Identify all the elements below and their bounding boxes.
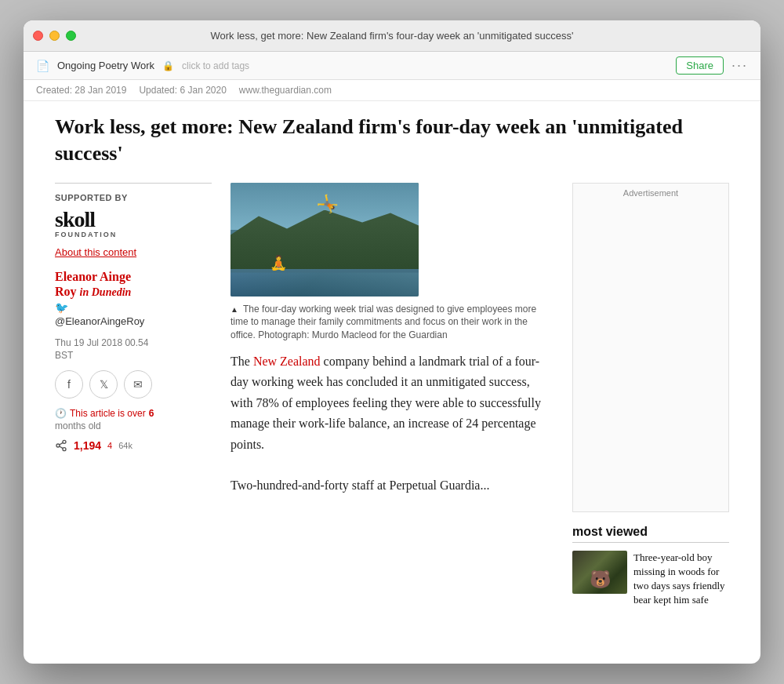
minimize-button[interactable]	[49, 31, 60, 41]
email-share-button[interactable]: ✉	[124, 370, 152, 398]
twitter-share-button[interactable]: 𝕏	[89, 370, 118, 398]
main-content: 🤸 🧘 ▲ The four-day working week trial wa…	[230, 183, 554, 608]
created-date: Created: 28 Jan 2019	[36, 85, 126, 96]
caption-icon: ▲	[230, 305, 238, 314]
bear-silhouette: 🐻	[590, 569, 611, 590]
share-count-row: 1,194 4 64k	[55, 439, 212, 452]
most-viewed-title: most viewed	[572, 525, 729, 543]
updated-date: Updated: 6 Jan 2020	[139, 85, 226, 96]
social-buttons: f 𝕏 ✉	[55, 370, 212, 398]
lock-icon: 🔒	[162, 60, 174, 71]
age-notice: 🕐 This article is over 6	[55, 408, 212, 419]
right-column: Advertisement most viewed 🐻 Three-year-o…	[572, 183, 729, 608]
author-location: in Dunedin	[80, 286, 132, 298]
article-sidebar: Supported by skoll FOUNDATION About this…	[55, 183, 212, 608]
article-layout: Supported by skoll FOUNDATION About this…	[55, 183, 729, 608]
share-count-suffix: 4	[107, 441, 112, 450]
twitter-handle[interactable]: @EleanorAingeRoy	[55, 315, 212, 327]
source-url[interactable]: www.theguardian.com	[239, 85, 332, 96]
skoll-sub: FOUNDATION	[55, 231, 212, 238]
share-button[interactable]: Share	[676, 56, 724, 75]
notebook-icon: 📄	[36, 60, 49, 72]
most-viewed-item: 🐻 Three-year-old boy missing in woods fo…	[572, 551, 729, 608]
window-title: Work less, get more: New Zealand firm's …	[210, 30, 573, 42]
mv-item-image: 🐻	[572, 551, 627, 594]
share-size: 64k	[118, 441, 132, 450]
supported-by-label: Supported by	[55, 193, 212, 202]
article-body: The New Zealand company behind a landmar…	[230, 351, 554, 497]
article-body-paragraph2: Two-hundred-and-forty staff at Perpetual…	[230, 475, 554, 496]
mv-item-text[interactable]: Three-year-old boy missing in woods for …	[633, 551, 729, 608]
months-old: months old	[55, 420, 212, 431]
facebook-button[interactable]: f	[55, 370, 83, 398]
twitter-icon: 🐦	[55, 301, 212, 314]
traffic-lights	[33, 31, 76, 41]
browser-window: Work less, get more: New Zealand firm's …	[24, 20, 760, 664]
skoll-logo: skoll FOUNDATION	[55, 209, 212, 238]
more-options-button[interactable]: ···	[731, 57, 748, 74]
share-count: 1,194	[74, 439, 101, 452]
svg-point-2	[63, 448, 66, 451]
svg-line-3	[60, 446, 64, 449]
add-tags-input[interactable]: click to add tags	[182, 60, 249, 71]
skoll-name: skoll	[55, 209, 212, 231]
advertisement-block: Advertisement	[572, 183, 729, 512]
svg-point-1	[56, 444, 60, 447]
age-number: 6	[149, 408, 154, 419]
close-button[interactable]	[33, 31, 43, 41]
about-content-link[interactable]: About this content	[55, 246, 212, 258]
share-icon	[55, 439, 67, 452]
meta-bar: Created: 28 Jan 2019 Updated: 6 Jan 2020…	[24, 80, 760, 101]
notebook-name[interactable]: Ongoing Poetry Work	[57, 60, 154, 71]
toolbar: 📄 Ongoing Poetry Work 🔒 click to add tag…	[24, 52, 760, 80]
svg-line-4	[60, 443, 64, 446]
image-caption: ▲ The four-day working week trial was de…	[230, 303, 554, 342]
svg-point-0	[63, 441, 66, 444]
article-image-block: 🤸 🧘 ▲ The four-day working week trial wa…	[230, 183, 554, 342]
author-name: Eleanor Ainge Roy in Dunedin	[55, 269, 212, 300]
article-image: 🤸 🧘	[230, 183, 419, 297]
nz-link[interactable]: New Zealand	[253, 355, 321, 368]
content-area: Work less, get more: New Zealand firm's …	[24, 101, 760, 664]
toolbar-right: Share ···	[676, 56, 748, 75]
titlebar: Work less, get more: New Zealand firm's …	[24, 20, 760, 52]
maximize-button[interactable]	[66, 31, 76, 41]
article-title: Work less, get more: New Zealand firm's …	[55, 114, 729, 167]
publish-date: Thu 19 Jul 2018 00.54BST	[55, 337, 212, 363]
